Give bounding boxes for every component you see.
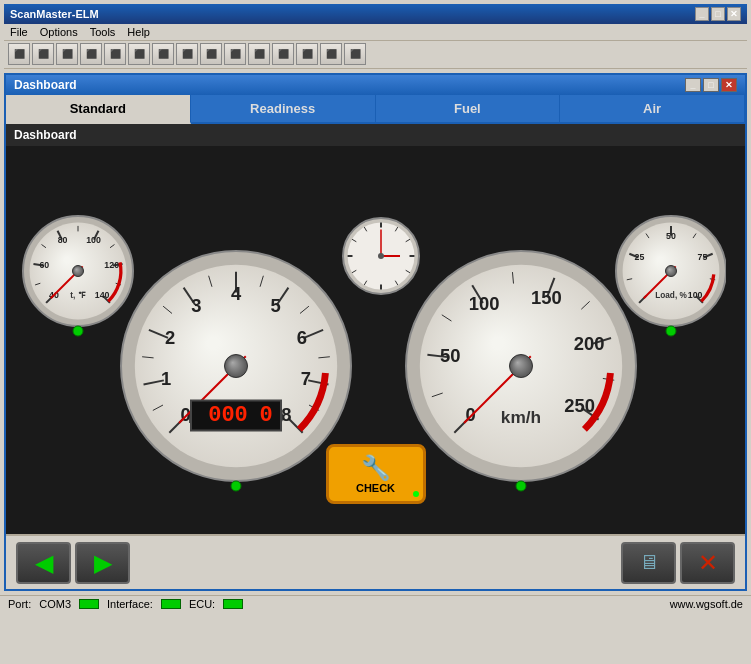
engine-icon: 🔧	[361, 454, 391, 482]
interface-indicator	[161, 599, 181, 609]
toolbar-btn-11[interactable]: ⬛	[248, 43, 270, 65]
dashboard-window: Dashboard _ □ ✕ Standard Readiness Fuel …	[4, 73, 747, 591]
toolbar-btn-3[interactable]: ⬛	[56, 43, 78, 65]
app-close-btn[interactable]: ✕	[727, 7, 741, 21]
toolbar-btn-14[interactable]: ⬛	[320, 43, 342, 65]
menu-options[interactable]: Options	[40, 26, 78, 38]
toolbar-btn-13[interactable]: ⬛	[296, 43, 318, 65]
app-title: ScanMaster-ELM	[10, 8, 99, 20]
tab-standard[interactable]: Standard	[6, 95, 191, 124]
toolbar-btn-8[interactable]: ⬛	[176, 43, 198, 65]
nav-buttons-right: 🖥 ✕	[621, 542, 735, 584]
forward-button[interactable]: ▶	[75, 542, 130, 584]
toolbar-btn-4[interactable]: ⬛	[80, 43, 102, 65]
monitor-icon: 🖥	[639, 551, 659, 574]
back-arrow-icon: ◀	[35, 549, 53, 577]
ecu-indicator	[223, 599, 243, 609]
website-label: www.wgsoft.de	[670, 598, 743, 610]
toolbar-btn-7[interactable]: ⬛	[152, 43, 174, 65]
back-button[interactable]: ◀	[16, 542, 71, 584]
toolbar-btn-1[interactable]: ⬛	[8, 43, 30, 65]
app-minimize-btn[interactable]: _	[695, 7, 709, 21]
close-icon: ✕	[698, 549, 718, 577]
tab-air[interactable]: Air	[560, 95, 745, 122]
menu-file[interactable]: File	[10, 26, 28, 38]
app-title-bar-outer: ScanMaster-ELM _ □ ✕ File Options Tools …	[0, 0, 751, 69]
check-engine-container: 🔧 CHECK	[326, 444, 426, 504]
toolbar-btn-15[interactable]: ⬛	[344, 43, 366, 65]
tab-bar: Standard Readiness Fuel Air	[6, 95, 745, 124]
monitor-button[interactable]: 🖥	[621, 542, 676, 584]
interface-label: Interface:	[107, 598, 153, 610]
dash-win-buttons: _ □ ✕	[685, 78, 737, 92]
port-indicator	[79, 599, 99, 609]
dash-maximize-btn[interactable]: □	[703, 78, 719, 92]
toolbar-btn-10[interactable]: ⬛	[224, 43, 246, 65]
ecu-label: ECU:	[189, 598, 215, 610]
bottom-nav-bar: ◀ ▶ 🖥 ✕	[6, 534, 745, 589]
menu-help[interactable]: Help	[127, 26, 150, 38]
status-left: Port: COM3 Interface: ECU:	[8, 598, 243, 610]
toolbar-btn-2[interactable]: ⬛	[32, 43, 54, 65]
toolbar-btn-6[interactable]: ⬛	[128, 43, 150, 65]
app-win-buttons: _ □ ✕	[695, 7, 741, 21]
port-value: COM3	[39, 598, 71, 610]
check-engine-status-dot	[413, 491, 419, 497]
toolbar-btn-5[interactable]: ⬛	[104, 43, 126, 65]
app-title-bar: ScanMaster-ELM _ □ ✕	[4, 4, 747, 24]
dash-minimize-btn[interactable]: _	[685, 78, 701, 92]
app-maximize-btn[interactable]: □	[711, 7, 725, 21]
forward-arrow-icon: ▶	[94, 549, 112, 577]
dash-close-btn[interactable]: ✕	[721, 78, 737, 92]
toolbar: ⬛ ⬛ ⬛ ⬛ ⬛ ⬛ ⬛ ⬛ ⬛ ⬛ ⬛ ⬛ ⬛ ⬛ ⬛	[4, 41, 747, 69]
check-engine-label: CHECK	[356, 482, 395, 494]
status-bar: Port: COM3 Interface: ECU: www.wgsoft.de	[0, 595, 751, 612]
nav-buttons-left: ◀ ▶	[16, 542, 130, 584]
toolbar-btn-9[interactable]: ⬛	[200, 43, 222, 65]
menu-tools[interactable]: Tools	[90, 26, 116, 38]
check-engine-light: 🔧 CHECK	[326, 444, 426, 504]
dashboard-title-bar: Dashboard _ □ ✕	[6, 75, 745, 95]
toolbar-btn-12[interactable]: ⬛	[272, 43, 294, 65]
dashboard-content: Dashboard 🔧 CHECK	[6, 124, 745, 534]
close-button[interactable]: ✕	[680, 542, 735, 584]
port-label: Port:	[8, 598, 31, 610]
menu-bar: File Options Tools Help	[4, 24, 747, 41]
tab-fuel[interactable]: Fuel	[376, 95, 561, 122]
tab-readiness[interactable]: Readiness	[191, 95, 376, 122]
dashboard-title: Dashboard	[14, 78, 77, 92]
dashboard-section-label: Dashboard	[6, 124, 745, 146]
